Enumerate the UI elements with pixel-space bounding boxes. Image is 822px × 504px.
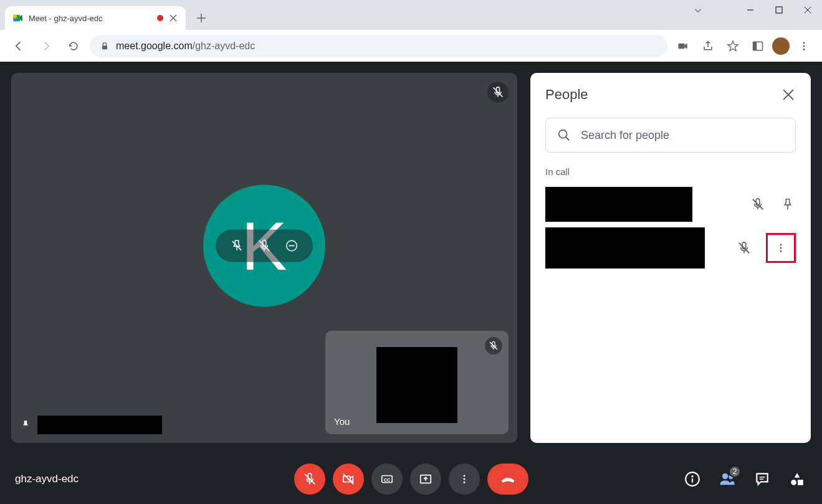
person-name-redacted — [545, 187, 692, 222]
participant-name-redacted — [37, 416, 162, 434]
self-video-redacted — [376, 347, 457, 423]
browser-chrome: Meet - ghz-ayvd-edc meet.google.com/ghz-… — [0, 0, 822, 62]
search-icon — [557, 128, 571, 142]
mute-person-button[interactable] — [750, 196, 766, 212]
svg-point-25 — [722, 473, 728, 479]
address-bar: meet.google.com/ghz-ayvd-edc — [0, 30, 822, 62]
bookmark-button[interactable] — [722, 36, 743, 57]
window-controls — [736, 0, 822, 25]
svg-point-14 — [780, 247, 782, 249]
svg-text:CC: CC — [383, 477, 390, 483]
end-call-button[interactable] — [487, 464, 528, 495]
panel-close-button[interactable] — [781, 87, 796, 102]
svg-rect-1 — [14, 15, 17, 18]
participant-avatar: K — [203, 184, 325, 307]
bottom-bar: ghz-ayvd-edc CC — [0, 454, 822, 504]
svg-point-20 — [463, 475, 465, 477]
svg-rect-3 — [776, 7, 782, 13]
toggle-mic-button[interactable] — [294, 464, 325, 495]
new-tab-button[interactable] — [192, 9, 211, 27]
search-box[interactable] — [545, 118, 796, 153]
tab-close-button[interactable] — [168, 13, 178, 23]
panel-title: People — [545, 87, 588, 103]
browser-tab[interactable]: Meet - ghz-ayvd-edc — [5, 6, 186, 30]
svg-rect-2 — [14, 18, 17, 21]
tab-search-button[interactable] — [692, 5, 704, 16]
close-window-button[interactable] — [793, 0, 822, 20]
svg-point-24 — [691, 475, 693, 477]
pin-tile-button[interactable] — [229, 238, 244, 253]
svg-rect-5 — [679, 43, 685, 48]
participant-name-area — [20, 416, 162, 434]
svg-point-8 — [803, 42, 805, 44]
participant-muted-icon — [487, 82, 509, 103]
activities-button[interactable] — [787, 469, 807, 489]
url-path: /ghz-ayvd-edc — [193, 40, 256, 51]
profile-avatar[interactable] — [772, 37, 790, 55]
svg-rect-28 — [798, 480, 803, 485]
people-count-badge: 2 — [729, 465, 741, 478]
mute-participant-button[interactable] — [257, 238, 272, 253]
meet-favicon-icon — [12, 12, 24, 24]
lock-icon — [100, 41, 110, 51]
person-row — [545, 186, 796, 223]
back-button[interactable] — [7, 35, 30, 57]
svg-point-9 — [803, 45, 805, 47]
chat-button[interactable] — [752, 469, 772, 489]
chrome-menu-button[interactable] — [793, 36, 815, 57]
side-controls: 2 — [682, 469, 807, 489]
meeting-code: ghz-ayvd-edc — [15, 473, 79, 485]
reload-button[interactable] — [62, 35, 85, 57]
svg-point-27 — [791, 480, 796, 485]
svg-point-15 — [780, 250, 782, 252]
svg-rect-7 — [753, 42, 757, 50]
self-label: You — [334, 416, 350, 427]
self-muted-icon — [485, 337, 502, 354]
person-name-redacted — [545, 227, 705, 269]
svg-point-10 — [803, 48, 805, 50]
share-button[interactable] — [697, 36, 719, 57]
people-panel: People In call — [530, 73, 811, 443]
search-input[interactable] — [581, 129, 784, 142]
svg-point-12 — [559, 130, 567, 138]
meeting-details-button[interactable] — [682, 469, 702, 489]
present-button[interactable] — [410, 464, 441, 495]
person-row — [545, 229, 796, 267]
mute-person-button[interactable] — [736, 240, 752, 256]
svg-rect-4 — [102, 45, 107, 49]
remove-participant-button[interactable] — [284, 238, 299, 253]
main-video-tile[interactable]: K You — [11, 73, 517, 443]
call-controls: CC — [294, 464, 528, 495]
more-vert-icon — [775, 242, 786, 254]
forward-button[interactable] — [35, 35, 57, 57]
meet-app: K You People — [0, 62, 822, 504]
svg-point-22 — [463, 482, 465, 483]
url-field[interactable]: meet.google.com/ghz-ayvd-edc — [90, 35, 667, 57]
tab-title: Meet - ghz-ayvd-edc — [29, 14, 152, 23]
section-label: In call — [545, 166, 796, 177]
svg-point-21 — [463, 478, 465, 480]
pin-icon — [20, 419, 31, 430]
svg-point-13 — [780, 244, 782, 245]
people-button[interactable]: 2 — [717, 469, 737, 489]
recording-indicator-icon — [157, 15, 163, 21]
maximize-button[interactable] — [765, 0, 793, 20]
camera-indicator-icon[interactable] — [672, 36, 694, 57]
tile-hover-controls — [216, 229, 313, 262]
url-domain: meet.google.com — [116, 40, 193, 51]
captions-button[interactable]: CC — [371, 464, 403, 495]
more-options-button[interactable] — [449, 464, 480, 495]
side-panel-button[interactable] — [747, 36, 768, 57]
tab-bar: Meet - ghz-ayvd-edc — [0, 0, 822, 30]
pin-person-button[interactable] — [780, 196, 796, 212]
person-more-options-highlighted[interactable] — [766, 233, 796, 263]
self-video-tile[interactable]: You — [325, 331, 509, 434]
toggle-camera-button[interactable] — [333, 464, 364, 495]
minimize-button[interactable] — [736, 0, 765, 20]
